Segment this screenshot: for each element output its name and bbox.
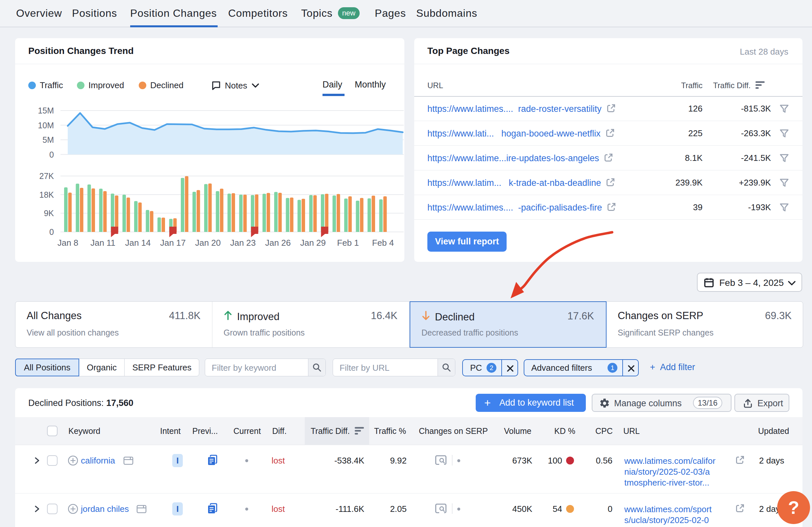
svg-text:Jan 8: Jan 8 [58,238,78,248]
svg-text:5M: 5M [42,135,54,144]
svg-text:Jan 20: Jan 20 [195,238,221,248]
svg-text:0: 0 [49,150,54,159]
svg-text:Jan 26: Jan 26 [265,238,291,248]
svg-text:0: 0 [49,227,54,237]
svg-text:9K: 9K [44,209,54,218]
svg-text:Jan 14: Jan 14 [125,238,150,248]
svg-text:10M: 10M [38,121,54,130]
svg-text:15M: 15M [38,106,54,115]
svg-text:Jan 11: Jan 11 [90,238,115,248]
svg-text:27K: 27K [40,171,54,181]
svg-text:Jan 17: Jan 17 [160,238,186,248]
svg-text:Feb 1: Feb 1 [337,238,359,248]
svg-text:18K: 18K [40,190,54,199]
svg-text:Feb 4: Feb 4 [372,238,394,248]
svg-text:Jan 29: Jan 29 [300,238,326,248]
svg-text:Jan 23: Jan 23 [230,238,256,248]
